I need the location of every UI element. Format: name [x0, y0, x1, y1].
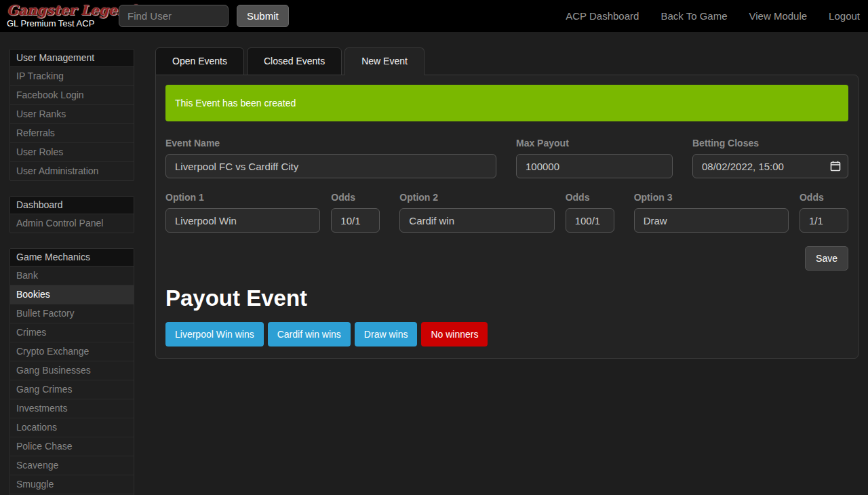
sidebar-item-crypto-exchange[interactable]: Crypto Exchange: [10, 342, 134, 361]
sidebar-item-ip-tracking[interactable]: IP Tracking: [10, 67, 134, 86]
sidebar-item-scavenge[interactable]: Scavenge: [10, 456, 134, 475]
max-payout-field: Max Payout: [516, 138, 673, 178]
event-name-input[interactable]: [165, 154, 496, 178]
payout-buttons: Liverpool Win wins Cardif win wins Draw …: [165, 322, 848, 346]
sidebar-section-dashboard: Dashboard Admin Control Panel: [9, 196, 134, 233]
tab-closed-events[interactable]: Closed Events: [247, 47, 342, 75]
option3-input[interactable]: [634, 208, 789, 233]
option2-field: Option 2: [399, 192, 554, 233]
option3-odds-input[interactable]: [800, 208, 848, 233]
option1-field: Option 1: [165, 192, 320, 233]
option1-input[interactable]: [165, 208, 320, 233]
sidebar-item-police-chase[interactable]: Police Chase: [10, 437, 134, 456]
max-payout-label: Max Payout: [516, 138, 673, 148]
logo[interactable]: Gangster Legends GL Premium Test ACP: [7, 3, 112, 28]
sidebar-item-bullet-factory[interactable]: Bullet Factory: [10, 304, 134, 323]
sidebar-header-dashboard: Dashboard: [10, 197, 134, 214]
option3-odds-label: Odds: [800, 192, 848, 203]
option1-odds-label: Odds: [331, 192, 380, 203]
nav-logout[interactable]: Logout: [829, 10, 860, 22]
payout-option3-wins-button[interactable]: Draw wins: [355, 322, 418, 346]
sidebar-header-game-mechanics: Game Mechanics: [10, 249, 134, 266]
nav-acp-dashboard[interactable]: ACP Dashboard: [566, 10, 639, 22]
sidebar-item-gang-crimes[interactable]: Gang Crimes: [10, 380, 134, 399]
option2-label: Option 2: [399, 192, 554, 203]
option2-input[interactable]: [399, 208, 554, 233]
sidebar-item-user-roles[interactable]: User Roles: [10, 143, 134, 162]
calendar-icon[interactable]: [830, 161, 841, 172]
new-event-panel: This Event has been created Event Name M…: [155, 75, 859, 359]
sidebar-item-smuggle[interactable]: Smuggle: [10, 475, 134, 494]
sidebar-item-bookies[interactable]: Bookies: [10, 285, 134, 304]
sidebar-item-facebook-login[interactable]: Facebook Login: [10, 86, 134, 105]
option1-odds-input[interactable]: [331, 208, 380, 233]
event-details-row: Event Name Max Payout Betting Closes: [165, 138, 848, 178]
save-button[interactable]: Save: [805, 246, 848, 271]
betting-closes-label: Betting Closes: [692, 138, 848, 148]
sidebar-header-user-management: User Management: [10, 50, 134, 67]
max-payout-input[interactable]: [516, 154, 673, 178]
sidebar-item-crimes[interactable]: Crimes: [10, 323, 134, 342]
topbar: Gangster Legends GL Premium Test ACP Sub…: [0, 0, 868, 32]
nav-view-module[interactable]: View Module: [749, 10, 808, 22]
event-name-label: Event Name: [165, 138, 496, 148]
user-search: Submit: [119, 5, 289, 27]
sidebar-item-referrals[interactable]: Referrals: [10, 124, 134, 143]
payout-option1-wins-button[interactable]: Liverpool Win wins: [165, 322, 264, 346]
success-alert: This Event has been created: [165, 85, 848, 121]
options-row: Option 1 Odds Option 2 Odds Option 3: [165, 192, 848, 233]
nav-back-to-game[interactable]: Back To Game: [660, 10, 727, 22]
option2-odds-input[interactable]: [566, 208, 614, 233]
sidebar-item-gang-businesses[interactable]: Gang Businesses: [10, 361, 134, 380]
tab-new-event[interactable]: New Event: [344, 47, 425, 75]
option2-odds-field: Odds: [566, 192, 614, 233]
submit-button[interactable]: Submit: [237, 5, 289, 27]
sidebar-item-admin-control-panel[interactable]: Admin Control Panel: [10, 214, 134, 233]
option3-label: Option 3: [634, 192, 789, 203]
logo-title[interactable]: Gangster Legends: [7, 3, 112, 17]
option1-odds-field: Odds: [331, 192, 380, 233]
betting-closes-field: Betting Closes: [692, 138, 848, 178]
logo-subtitle: GL Premium Test ACP: [7, 18, 112, 28]
find-user-input[interactable]: [119, 5, 229, 27]
event-tabs: Open Events Closed Events New Event: [155, 47, 859, 75]
save-row: Save: [165, 246, 848, 271]
payout-no-winners-button[interactable]: No winners: [421, 322, 488, 346]
option3-odds-field: Odds: [800, 192, 848, 233]
sidebar-item-locations[interactable]: Locations: [10, 418, 134, 437]
option2-odds-label: Odds: [566, 192, 614, 203]
sidebar-section-game-mechanics: Game Mechanics Bank Bookies Bullet Facto…: [9, 248, 134, 495]
sidebar-item-bank[interactable]: Bank: [10, 266, 134, 285]
betting-closes-input[interactable]: [692, 154, 848, 178]
main-content: Open Events Closed Events New Event This…: [155, 47, 859, 359]
option3-field: Option 3: [634, 192, 789, 233]
sidebar: User Management IP Tracking Facebook Log…: [9, 49, 134, 495]
sidebar-item-investments[interactable]: Investments: [10, 399, 134, 418]
event-name-field: Event Name: [165, 138, 496, 178]
option1-label: Option 1: [165, 192, 320, 203]
payout-option2-wins-button[interactable]: Cardif win wins: [268, 322, 351, 346]
top-nav: ACP Dashboard Back To Game View Module L…: [566, 10, 860, 22]
sidebar-item-user-ranks[interactable]: User Ranks: [10, 105, 134, 124]
tab-open-events[interactable]: Open Events: [155, 47, 244, 75]
sidebar-item-user-administration[interactable]: User Administration: [10, 162, 134, 180]
sidebar-section-user-management: User Management IP Tracking Facebook Log…: [9, 49, 134, 181]
page-body: User Management IP Tracking Facebook Log…: [0, 32, 868, 495]
payout-event-heading: Payout Event: [165, 285, 848, 311]
